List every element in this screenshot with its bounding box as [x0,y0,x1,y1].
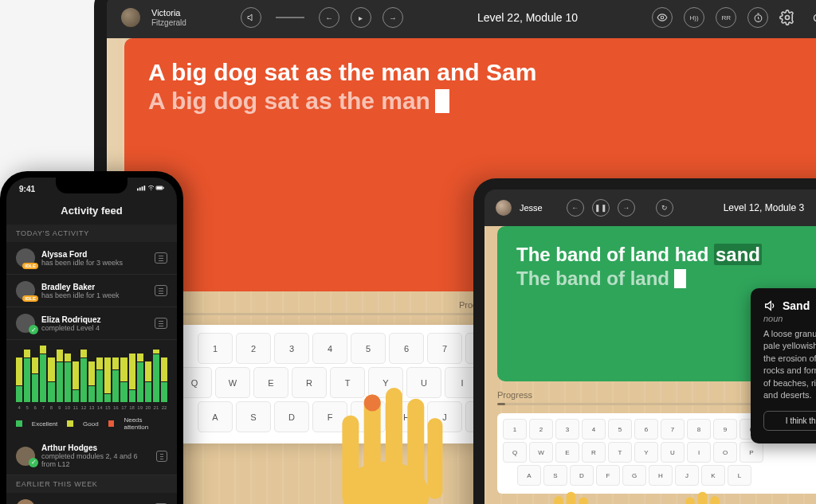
key-7[interactable]: 7 [661,419,685,440]
forward-button[interactable]: → [618,199,635,217]
key-t[interactable]: T [330,367,365,398]
key-r[interactable]: R [292,367,327,398]
message-icon[interactable] [156,451,167,462]
refresh-button[interactable]: ↻ [656,199,673,217]
key-a[interactable]: A [198,401,233,432]
key-g[interactable]: G [351,401,386,432]
key-f[interactable]: F [312,401,347,432]
tablet-device: Jesse ← ❚❚ → ↻ Level 12, Module 3 H)) Th… [473,178,816,504]
key-s[interactable]: S [543,465,567,486]
key-6[interactable]: 6 [634,419,658,440]
quit-button[interactable]: Quit [813,12,816,24]
svg-point-0 [661,16,664,19]
key-9[interactable]: 9 [713,419,737,440]
key-g[interactable]: G [622,465,646,486]
avatar: IDLE [16,281,35,300]
section-header: EARLIER THIS WEEK [6,475,177,493]
key-3[interactable]: 3 [555,419,579,440]
key-y[interactable]: Y [368,367,403,398]
key-o[interactable]: O [713,442,737,463]
svg-rect-21 [710,496,719,504]
key-h[interactable]: H [389,401,424,432]
key-w[interactable]: W [529,442,553,463]
svg-point-27 [151,189,151,190]
key-s[interactable]: S [236,401,271,432]
key-w[interactable]: W [215,367,250,398]
dictionary-definition: A loose granular substance, typically pa… [763,328,816,401]
key-u[interactable]: U [661,442,685,463]
forward-button[interactable]: → [382,7,403,28]
message-icon[interactable] [155,318,167,329]
phone-screen: 9:41 Activity feed TODAY'S ACTIVITY IDLE… [6,178,177,504]
dictionary-pos: noun [763,314,816,323]
key-1[interactable]: 1 [503,419,527,440]
list-item[interactable]: ✓ Arthur Hodgescompleted modules 2, 4 an… [6,437,177,475]
key-y[interactable]: Y [634,442,658,463]
key-d[interactable]: D [570,465,594,486]
key-i[interactable]: I [687,442,711,463]
volume-icon[interactable] [241,7,261,28]
eye-icon[interactable] [652,7,673,28]
svg-rect-25 [142,186,143,190]
prompt-text: A big dog sat as the man and Sam [148,59,805,86]
list-item[interactable]: ✓ Mayme McGee [6,493,177,504]
key-r[interactable]: R [582,442,606,463]
svg-rect-23 [137,189,139,191]
key-6[interactable]: 6 [389,333,424,364]
list-item[interactable]: IDLEBradley Bakerhas been idle for 1 wee… [6,275,177,307]
sounds-like-button[interactable]: I think this word sounds like… [763,411,816,431]
activity-chart: 45678910111213141516171819202122 Excelle… [6,340,177,437]
key-l[interactable]: L [728,465,751,486]
reread-button[interactable]: RR [716,7,736,28]
svg-rect-14 [567,492,575,504]
typed-text: A big dog sat as the man [148,88,805,115]
speaker-icon[interactable] [763,299,776,312]
list-item[interactable]: IDLEAlyssa Fordhas been idle for 3 weeks [6,242,177,275]
key-5[interactable]: 5 [608,419,632,440]
key-2[interactable]: 2 [236,333,271,364]
activity-feed: IDLEAlyssa Fordhas been idle for 3 weeks… [6,242,177,340]
key-8[interactable]: 8 [687,419,711,440]
key-d[interactable]: D [274,401,309,432]
key-4[interactable]: 4 [582,419,606,440]
phone-device: 9:41 Activity feed TODAY'S ACTIVITY IDLE… [0,171,183,504]
message-icon[interactable] [155,285,167,296]
key-t[interactable]: T [608,442,632,463]
back-button[interactable]: ← [319,7,339,28]
avatar: IDLE [16,248,35,268]
text-cursor [435,89,449,113]
key-4[interactable]: 4 [312,333,347,364]
gear-icon[interactable] [779,10,795,25]
key-e[interactable]: E [555,442,579,463]
key-p[interactable]: P [740,442,763,463]
key-j[interactable]: J [427,401,462,432]
tablet-screen: Jesse ← ❚❚ → ↻ Level 12, Module 3 H)) Th… [484,189,816,504]
hint-button[interactable]: H)) [684,7,704,28]
timer-icon[interactable] [747,7,768,28]
key-j[interactable]: J [675,465,699,486]
key-q[interactable]: Q [503,442,527,463]
play-button[interactable]: ▸ [351,7,371,28]
avatar[interactable] [121,8,140,27]
key-1[interactable]: 1 [198,333,233,364]
message-icon[interactable] [155,252,167,264]
key-h[interactable]: H [649,465,673,486]
user-name: Jesse [520,203,543,213]
back-button[interactable]: ← [567,199,584,217]
key-2[interactable]: 2 [529,419,553,440]
key-u[interactable]: U [406,367,441,398]
key-5[interactable]: 5 [351,333,386,364]
highlighted-word[interactable]: sand [714,244,762,265]
key-3[interactable]: 3 [274,333,309,364]
pause-button[interactable]: ❚❚ [592,199,610,217]
avatar: ✓ [16,314,35,333]
avatar[interactable] [496,200,512,216]
key-e[interactable]: E [253,367,288,398]
key-7[interactable]: 7 [427,333,462,364]
key-f[interactable]: F [596,465,620,486]
key-k[interactable]: K [701,465,725,486]
volume-slider[interactable] [276,17,304,18]
key-a[interactable]: A [517,465,541,486]
avatar: ✓ [16,499,35,504]
list-item[interactable]: ✓Eliza Rodriquezcompleted Level 4 [6,307,177,340]
